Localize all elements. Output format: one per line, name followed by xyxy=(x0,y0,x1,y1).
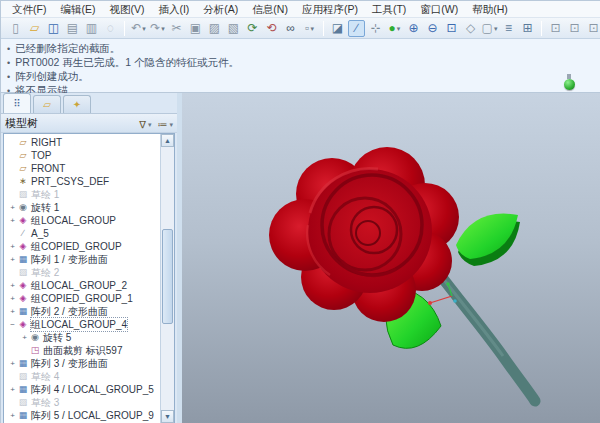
cut-button[interactable]: ✂ xyxy=(168,20,185,37)
menu-item-a[interactable]: 分析(A) xyxy=(196,1,245,17)
layers-button[interactable]: ≡ xyxy=(500,20,517,37)
tree-item-label: 曲面裁剪 标识597 xyxy=(43,344,122,357)
tab-favorites[interactable]: ✦ xyxy=(63,95,91,113)
tree-row[interactable]: +◈组COPIED_GROUP xyxy=(4,240,160,253)
show-menu-icon: ∇ xyxy=(139,119,146,130)
dropdown-caret-icon[interactable]: ▾ xyxy=(494,20,498,37)
new-file-button[interactable]: ▯ xyxy=(7,20,24,37)
tree-row[interactable]: +◈组LOCAL_GROUP xyxy=(4,214,160,227)
send-model-button[interactable]: ◌ xyxy=(102,20,119,37)
tree-row[interactable]: +◉旋转 1 xyxy=(4,201,160,214)
expander-icon[interactable]: + xyxy=(8,253,17,266)
tree-row[interactable]: +◉旋转 5 xyxy=(4,331,160,344)
selection-filter-button[interactable]: ▫▾ xyxy=(301,20,318,37)
expander-icon[interactable]: + xyxy=(8,409,17,422)
menu-item-w[interactable]: 窗口(W) xyxy=(413,1,465,17)
save-button[interactable]: ◫ xyxy=(45,20,62,37)
tab-folder-browser[interactable]: ▱ xyxy=(33,95,61,113)
tree-row[interactable]: ▨草绘 3 xyxy=(4,396,160,409)
expander-icon[interactable]: + xyxy=(8,383,17,396)
message-area: •已经删除指定的截面。•PRT0002 再生已完成。1 个隐含的特征或元件。•阵… xyxy=(1,39,600,93)
datum-point-display-toggle[interactable]: ⊹ xyxy=(367,20,384,37)
menu-item-v[interactable]: 视图(V) xyxy=(102,1,151,17)
tab-model-tree[interactable]: ⠿ xyxy=(3,93,31,113)
graphics-viewport[interactable] xyxy=(182,93,600,423)
tree-row[interactable]: ◳曲面裁剪 标识597 xyxy=(4,344,160,357)
paste-special-button[interactable]: ▧ xyxy=(225,20,242,37)
dropdown-caret-icon[interactable]: ▾ xyxy=(397,20,401,37)
menu-item-h[interactable]: 帮助(H) xyxy=(465,1,515,17)
tree-row[interactable]: ▱FRONT xyxy=(4,162,160,175)
tree-row[interactable]: −◈组LOCAL_GROUP_4 xyxy=(4,318,160,331)
refit-button[interactable]: ⊡ xyxy=(443,20,460,37)
menu-item-i[interactable]: 插入(I) xyxy=(151,1,196,17)
expander-icon[interactable]: + xyxy=(8,292,17,305)
find-button[interactable]: ∞ xyxy=(282,20,299,37)
dropdown-caret-icon[interactable]: ▾ xyxy=(161,20,165,37)
tree-row[interactable]: ▱TOP xyxy=(4,149,160,162)
tree-row[interactable]: +▦阵列 3 / 变形曲面 xyxy=(4,357,160,370)
shaded-display-button[interactable]: ●▾ xyxy=(386,20,403,37)
tree-row[interactable]: ▨草绘 4 xyxy=(4,370,160,383)
open-file-button[interactable]: ▱ xyxy=(26,20,43,37)
dropdown-caret-icon[interactable]: ▾ xyxy=(142,20,146,37)
tree-row[interactable]: +▦阵列 5 / LOCAL_GROUP_9 xyxy=(4,409,160,422)
tree-scrollbar[interactable]: ▲ ▼ xyxy=(160,134,174,423)
menu-item-n[interactable]: 信息(N) xyxy=(245,1,295,17)
tree-row[interactable]: ▱RIGHT xyxy=(4,136,160,149)
expander-icon[interactable]: + xyxy=(8,214,17,227)
datum-plane-icon: ▱ xyxy=(17,162,29,175)
print-button[interactable]: ▤ xyxy=(64,20,81,37)
window-button-2[interactable]: ⊡ xyxy=(566,20,583,37)
trim-icon: ◳ xyxy=(29,344,41,357)
dropdown-caret-icon[interactable]: ▾ xyxy=(310,20,314,37)
tree-row[interactable]: +◈组LOCAL_GROUP_2 xyxy=(4,279,160,292)
saved-views-button[interactable]: ▢▾ xyxy=(481,20,498,37)
sketch-icon: ▨ xyxy=(17,266,29,279)
copy-button[interactable]: ▣ xyxy=(187,20,204,37)
scrollbar-thumb[interactable] xyxy=(162,229,173,324)
regenerate-manager-button[interactable]: ⟲ xyxy=(263,20,280,37)
expander-icon[interactable]: + xyxy=(8,240,17,253)
settings-menu-button[interactable]: ≔▾ xyxy=(157,119,173,130)
scroll-up-arrow-icon[interactable]: ▲ xyxy=(161,134,174,147)
tree-row[interactable]: ▨草绘 1 xyxy=(4,188,160,201)
tree-row[interactable]: +◈组COPIED_GROUP_1 xyxy=(4,292,160,305)
scroll-down-arrow-icon[interactable]: ▼ xyxy=(161,410,174,423)
expander-icon[interactable]: + xyxy=(8,305,17,318)
tree-row[interactable]: ∗PRT_CSYS_DEF xyxy=(4,175,160,188)
show-menu-button[interactable]: ∇▾ xyxy=(139,119,151,130)
menu-item-f[interactable]: 文件(F) xyxy=(5,1,53,17)
dropdown-caret-icon[interactable]: ▾ xyxy=(148,121,152,129)
undo-button[interactable]: ↶▾ xyxy=(130,20,147,37)
expander-icon[interactable]: + xyxy=(8,279,17,292)
window-button-3[interactable]: ⊡ xyxy=(585,20,600,37)
menu-item-e[interactable]: 编辑(E) xyxy=(53,1,102,17)
saved-views-icon: ▢ xyxy=(482,20,493,37)
datum-axis-display-toggle[interactable]: ∕ xyxy=(348,20,365,37)
view-manager-button[interactable]: ⊞ xyxy=(519,20,536,37)
dropdown-caret-icon[interactable]: ▾ xyxy=(169,121,173,129)
menu-item-p[interactable]: 应用程序(P) xyxy=(295,1,365,17)
tree-row[interactable]: ▨草绘 2 xyxy=(4,266,160,279)
menu-item-t[interactable]: 工具(T) xyxy=(365,1,413,17)
paste-button[interactable]: ▨ xyxy=(206,20,223,37)
model-tree-icon: ⠿ xyxy=(13,98,20,109)
regenerate-button[interactable]: ⟳ xyxy=(244,20,261,37)
reorient-button[interactable]: ◇ xyxy=(462,20,479,37)
tree-row[interactable]: +▦阵列 4 / LOCAL_GROUP_5 xyxy=(4,383,160,396)
expander-icon[interactable]: − xyxy=(8,318,17,331)
zoom-out-button[interactable]: ⊖ xyxy=(424,20,441,37)
redo-button[interactable]: ↷▾ xyxy=(149,20,166,37)
datum-plane-display-toggle[interactable]: ◪ xyxy=(329,20,346,37)
main-toolbar: ▯▱◫▤▥◌↶▾↷▾✂▣▨▧⟳⟲∞▫▾◪∕⊹●▾⊕⊖⊡◇▢▾≡⊞⊡⊡⊡ xyxy=(1,18,600,39)
tree-row[interactable]: ∕A_5 xyxy=(4,227,160,240)
tree-row[interactable]: +▦阵列 1 / 变形曲面 xyxy=(4,253,160,266)
tree-row[interactable]: +▦阵列 2 / 变形曲面 xyxy=(4,305,160,318)
zoom-in-button[interactable]: ⊕ xyxy=(405,20,422,37)
expander-icon[interactable]: + xyxy=(8,357,17,370)
print-model-button[interactable]: ▥ xyxy=(83,20,100,37)
expander-icon[interactable]: + xyxy=(20,331,29,344)
window-button-1[interactable]: ⊡ xyxy=(547,20,564,37)
expander-icon[interactable]: + xyxy=(8,201,17,214)
